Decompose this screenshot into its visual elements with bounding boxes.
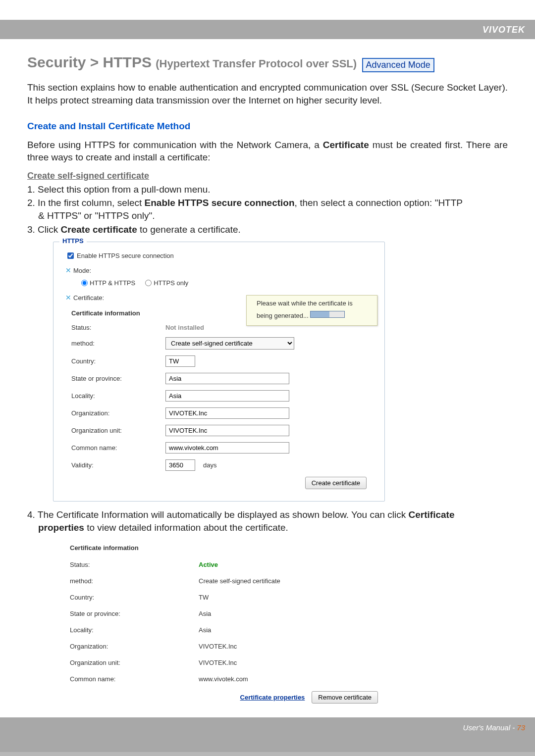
step-1: 1. Select this option from a pull-down m… [27, 183, 508, 196]
chevron-down-icon[interactable]: ✕ [65, 266, 71, 274]
footer-label: User's Manual - [463, 723, 517, 732]
radio-https-only[interactable]: HTTPS only [145, 279, 188, 287]
step-2: 2. In the first column, select Enable HT… [27, 197, 508, 222]
radio-https-only-input[interactable] [145, 280, 152, 286]
org-input[interactable] [165, 407, 289, 419]
enable-https-checkbox[interactable] [67, 252, 74, 259]
section-heading: Create and Install Certificate Method [27, 121, 508, 132]
step4-bold: Certificate [409, 509, 455, 520]
https-panel-screenshot: HTTPS Enable HTTPS secure connection ✕Mo… [53, 242, 508, 502]
step3-bold: Create certificate [61, 224, 137, 235]
page-title-line: Security > HTTPS (Hypertext Transfer Pro… [27, 54, 508, 72]
sub-heading: Create self-signed certificate [27, 171, 508, 181]
cn-label: Common name: [71, 444, 160, 452]
info-status-value: Active [199, 561, 218, 568]
info-status: Status:Active [63, 556, 385, 573]
status-value: Not installed [165, 324, 204, 331]
page-content: Security > HTTPS (Hypertext Transfer Pro… [0, 39, 535, 717]
info-method: method:Create self-signed certificate [63, 573, 385, 589]
before-text-part1: Before using HTTPS for communication wit… [27, 140, 323, 150]
validity-input[interactable] [165, 459, 195, 471]
locality-input[interactable] [165, 390, 289, 402]
step2-bold: Enable HTTPS secure connection [145, 198, 295, 208]
enable-https-row[interactable]: Enable HTTPS secure connection [67, 252, 374, 259]
step-3: 3. Click Create certificate to generate … [27, 223, 508, 236]
info-orgunit-value: VIVOTEK.Inc [199, 659, 237, 666]
country-input[interactable] [165, 355, 195, 367]
info-button-row: Certificate properties Remove certificat… [63, 687, 385, 707]
page-title-main: Security > HTTPS [27, 54, 156, 70]
step4-bold2: properties [38, 522, 84, 533]
info-cn-label: Common name: [70, 675, 199, 683]
brand-logo: VIVOTEK [482, 25, 525, 35]
info-status-label: Status: [70, 561, 199, 568]
info-org-label: Organization: [70, 643, 199, 650]
row-validity: Validity: days [64, 456, 374, 474]
panel-legend: HTTPS [59, 237, 87, 245]
https-panel: HTTPS Enable HTTPS secure connection ✕Mo… [53, 242, 385, 502]
radio-http-https-input[interactable] [81, 280, 88, 286]
header-bar: VIVOTEK [0, 20, 535, 39]
info-org-value: VIVOTEK.Inc [199, 643, 237, 650]
row-country: Country: [64, 353, 374, 370]
locality-label: Locality: [71, 392, 160, 400]
info-state-value: Asia [199, 610, 211, 617]
method-select[interactable]: Create self-signed certificate [165, 337, 294, 350]
row-org: Organization: [64, 404, 374, 422]
step3-b: to generate a certificate. [137, 224, 241, 235]
state-label: State or province: [71, 375, 160, 382]
create-certificate-button[interactable]: Create certificate [305, 477, 367, 489]
create-button-row: Create certificate [64, 474, 374, 490]
certificate-section-label: Certificate: [73, 294, 104, 302]
info-cn-value: www.vivotek.com [199, 675, 248, 683]
country-label: Country: [71, 357, 160, 365]
certificate-bold: Certificate [323, 140, 369, 150]
progress-bar [310, 311, 345, 318]
step-4: 4. The Certificate Information will auto… [27, 508, 508, 534]
chevron-down-icon[interactable]: ✕ [65, 294, 71, 302]
generating-tooltip: Please wait while the certificate is bei… [246, 295, 377, 326]
state-input[interactable] [165, 373, 289, 384]
certificate-properties-link[interactable]: Certificate properties [240, 694, 305, 701]
info-orgunit: Organization unit:VIVOTEK.Inc [63, 655, 385, 671]
mode-section: ✕Mode: [65, 266, 374, 274]
page-top-gap [0, 0, 535, 20]
org-label: Organization: [71, 409, 160, 417]
radio-http-https[interactable]: HTTP & HTTPS [81, 279, 135, 287]
row-method: method: Create self-signed certificate [64, 334, 374, 353]
validity-label: Validity: [71, 461, 160, 469]
info-country-label: Country: [70, 594, 199, 601]
info-header: Certificate information [63, 539, 385, 556]
step4-b: to view detailed information about the c… [84, 522, 288, 533]
info-country-value: TW [199, 594, 209, 601]
info-locality-label: Locality: [70, 626, 199, 634]
enable-https-label: Enable HTTPS secure connection [77, 252, 174, 259]
mode-radio-row: HTTP & HTTPS HTTPS only [81, 279, 374, 287]
info-method-value: Create self-signed certificate [199, 577, 280, 585]
mode-label: Mode: [73, 267, 91, 274]
step3-a: 3. Click [27, 224, 61, 235]
step4-a: 4. The Certificate Information will auto… [27, 509, 409, 520]
validity-unit: days [203, 461, 216, 469]
steps-list: 1. Select this option from a pull-down m… [27, 183, 508, 236]
info-org: Organization:VIVOTEK.Inc [63, 638, 385, 655]
orgunit-input[interactable] [165, 425, 289, 436]
orgunit-label: Organization unit: [71, 427, 160, 434]
cn-input[interactable] [165, 442, 289, 454]
progress-fill [311, 311, 329, 317]
cert-info-result-panel: Certificate information Status:Active me… [63, 539, 385, 707]
step2-a: 2. In the first column, select [27, 198, 145, 208]
intro-paragraph: This section explains how to enable auth… [27, 81, 508, 106]
footer-bar: User's Manual - 73 [0, 717, 535, 752]
footer-page-number: 73 [517, 723, 525, 732]
row-cn: Common name: [64, 439, 374, 456]
info-state: State or province:Asia [63, 605, 385, 622]
remove-certificate-button[interactable]: Remove certificate [312, 691, 378, 704]
info-country: Country:TW [63, 589, 385, 605]
info-state-label: State or province: [70, 610, 199, 617]
advanced-mode-badge: Advanced Mode [362, 58, 434, 72]
info-locality: Locality:Asia [63, 622, 385, 638]
radio-https-only-label: HTTPS only [154, 279, 188, 287]
page-title-sub: (Hypertext Transfer Protocol over SSL) [156, 57, 357, 70]
row-orgunit: Organization unit: [64, 422, 374, 439]
